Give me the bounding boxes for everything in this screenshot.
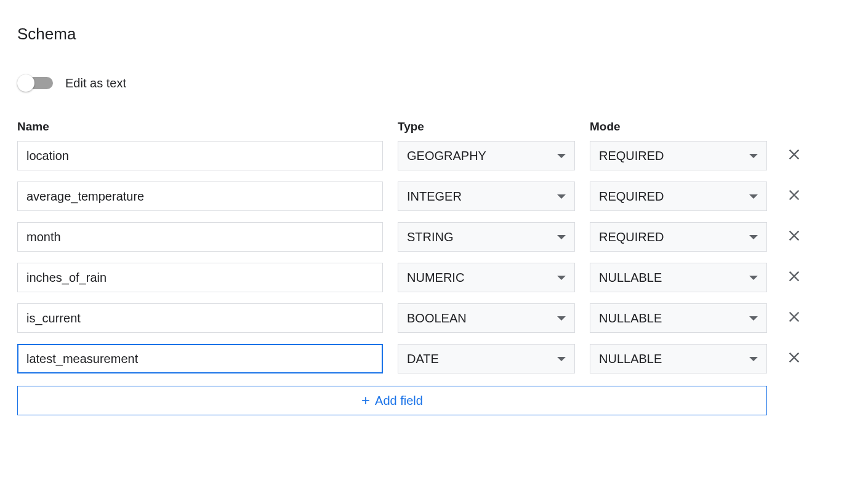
- field-type-value: STRING: [407, 230, 454, 244]
- field-mode-value: NULLABLE: [599, 352, 662, 366]
- caret-down-icon: [749, 154, 758, 158]
- field-mode-select[interactable]: REQUIRED: [590, 182, 767, 211]
- close-icon: [786, 146, 803, 166]
- schema-table: Name Type Mode GEOGRAPHYREQUIREDINTEGERR…: [17, 120, 818, 415]
- caret-down-icon: [749, 276, 758, 280]
- remove-field-button[interactable]: [786, 227, 803, 247]
- caret-down-icon: [749, 194, 758, 199]
- field-mode-value: NULLABLE: [599, 311, 662, 325]
- field-name-input[interactable]: [17, 182, 383, 211]
- field-mode-select[interactable]: NULLABLE: [590, 263, 767, 292]
- remove-field-button[interactable]: [786, 146, 803, 166]
- close-icon: [786, 186, 803, 206]
- field-type-value: INTEGER: [407, 190, 462, 204]
- edit-as-text-row: Edit as text: [17, 73, 851, 93]
- field-mode-value: REQUIRED: [599, 230, 664, 244]
- field-name-input[interactable]: [17, 141, 383, 170]
- edit-as-text-label: Edit as text: [65, 76, 126, 90]
- caret-down-icon: [557, 235, 566, 239]
- close-icon: [786, 268, 803, 287]
- caret-down-icon: [557, 194, 566, 199]
- field-mode-value: NULLABLE: [599, 271, 662, 285]
- field-name-input[interactable]: [17, 303, 383, 333]
- field-mode-value: REQUIRED: [599, 149, 664, 163]
- schema-field-row: GEOGRAPHYREQUIRED: [17, 141, 818, 170]
- caret-down-icon: [557, 276, 566, 280]
- field-type-select[interactable]: BOOLEAN: [398, 303, 575, 333]
- caret-down-icon: [749, 316, 758, 321]
- plus-icon: +: [361, 393, 370, 408]
- field-type-select[interactable]: INTEGER: [398, 182, 575, 211]
- field-type-value: DATE: [407, 352, 439, 366]
- field-type-select[interactable]: NUMERIC: [398, 263, 575, 292]
- section-title: Schema: [17, 25, 851, 44]
- schema-field-row: DATENULLABLE: [17, 344, 818, 373]
- field-mode-value: REQUIRED: [599, 190, 664, 204]
- add-field-button[interactable]: + Add field: [17, 386, 767, 415]
- field-type-select[interactable]: DATE: [398, 344, 575, 373]
- remove-field-button[interactable]: [786, 186, 803, 206]
- field-name-input[interactable]: [17, 344, 383, 373]
- add-field-label: Add field: [375, 394, 423, 408]
- field-type-select[interactable]: GEOGRAPHY: [398, 141, 575, 170]
- schema-field-row: INTEGERREQUIRED: [17, 182, 818, 211]
- schema-field-row: STRINGREQUIRED: [17, 222, 818, 252]
- edit-as-text-toggle[interactable]: [17, 73, 54, 93]
- close-icon: [786, 308, 803, 328]
- schema-field-row: BOOLEANNULLABLE: [17, 303, 818, 333]
- table-header-row: Name Type Mode: [17, 120, 818, 134]
- header-mode: Mode: [590, 120, 767, 134]
- field-mode-select[interactable]: NULLABLE: [590, 344, 767, 373]
- field-name-input[interactable]: [17, 263, 383, 292]
- caret-down-icon: [557, 357, 566, 361]
- field-type-value: BOOLEAN: [407, 311, 467, 325]
- close-icon: [786, 349, 803, 369]
- caret-down-icon: [749, 357, 758, 361]
- field-mode-select[interactable]: NULLABLE: [590, 303, 767, 333]
- header-type: Type: [398, 120, 575, 134]
- field-type-select[interactable]: STRING: [398, 222, 575, 252]
- close-icon: [786, 227, 803, 247]
- remove-field-button[interactable]: [786, 268, 803, 287]
- field-mode-select[interactable]: REQUIRED: [590, 222, 767, 252]
- field-mode-select[interactable]: REQUIRED: [590, 141, 767, 170]
- remove-field-button[interactable]: [786, 349, 803, 369]
- caret-down-icon: [557, 154, 566, 158]
- toggle-thumb: [17, 74, 34, 92]
- remove-field-button[interactable]: [786, 308, 803, 328]
- field-type-value: NUMERIC: [407, 271, 464, 285]
- caret-down-icon: [749, 235, 758, 239]
- caret-down-icon: [557, 316, 566, 321]
- field-name-input[interactable]: [17, 222, 383, 252]
- field-type-value: GEOGRAPHY: [407, 149, 486, 163]
- schema-field-row: NUMERICNULLABLE: [17, 263, 818, 292]
- header-name: Name: [17, 120, 383, 134]
